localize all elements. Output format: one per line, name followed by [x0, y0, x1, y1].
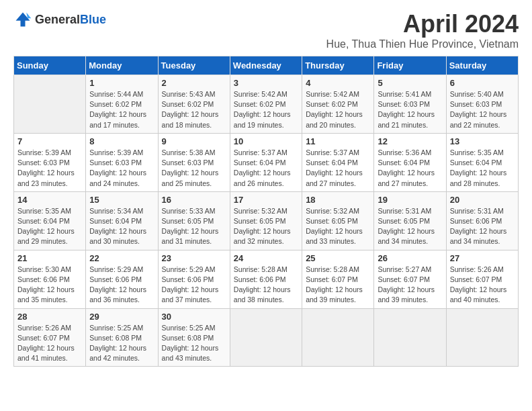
calendar-cell: 2Sunrise: 5:43 AMSunset: 6:02 PMDaylight…: [158, 75, 230, 134]
day-number: 11: [306, 136, 370, 146]
day-number: 20: [450, 195, 515, 205]
day-info: Sunrise: 5:42 AMSunset: 6:02 PMDaylight:…: [234, 89, 298, 130]
day-info: Sunrise: 5:40 AMSunset: 6:03 PMDaylight:…: [450, 89, 515, 130]
calendar-cell: 23Sunrise: 5:29 AMSunset: 6:06 PMDayligh…: [158, 250, 230, 308]
day-number: 24: [234, 253, 298, 263]
day-number: 16: [162, 195, 226, 205]
day-info: Sunrise: 5:38 AMSunset: 6:03 PMDaylight:…: [162, 148, 226, 189]
day-number: 3: [234, 78, 298, 88]
day-number: 27: [450, 253, 515, 263]
day-number: 9: [162, 136, 226, 146]
day-info: Sunrise: 5:30 AMSunset: 6:06 PMDaylight:…: [17, 265, 82, 306]
calendar-cell: 18Sunrise: 5:32 AMSunset: 6:05 PMDayligh…: [302, 191, 374, 250]
weekday-header-tuesday: Tuesday: [158, 56, 230, 75]
day-number: 22: [89, 253, 154, 263]
day-info: Sunrise: 5:28 AMSunset: 6:07 PMDaylight:…: [306, 265, 370, 306]
logo-icon: [13, 10, 32, 29]
day-number: 19: [378, 195, 442, 205]
calendar-cell: 6Sunrise: 5:40 AMSunset: 6:03 PMDaylight…: [446, 75, 518, 134]
day-number: 21: [17, 253, 82, 263]
day-number: 8: [89, 136, 154, 146]
logo-general-text: General: [35, 13, 80, 26]
day-info: Sunrise: 5:32 AMSunset: 6:05 PMDaylight:…: [306, 206, 370, 247]
weekday-header-friday: Friday: [374, 56, 446, 75]
day-info: Sunrise: 5:39 AMSunset: 6:03 PMDaylight:…: [89, 148, 154, 189]
calendar-cell: 15Sunrise: 5:34 AMSunset: 6:04 PMDayligh…: [86, 191, 158, 250]
calendar-cell: 26Sunrise: 5:27 AMSunset: 6:07 PMDayligh…: [374, 250, 446, 308]
day-info: Sunrise: 5:36 AMSunset: 6:04 PMDaylight:…: [378, 148, 442, 189]
day-info: Sunrise: 5:32 AMSunset: 6:05 PMDaylight:…: [234, 206, 298, 247]
day-number: 1: [89, 78, 154, 88]
week-row-4: 21Sunrise: 5:30 AMSunset: 6:06 PMDayligh…: [14, 250, 519, 308]
day-info: Sunrise: 5:29 AMSunset: 6:06 PMDaylight:…: [89, 265, 154, 306]
calendar-cell: 22Sunrise: 5:29 AMSunset: 6:06 PMDayligh…: [86, 250, 158, 308]
day-info: Sunrise: 5:27 AMSunset: 6:07 PMDaylight:…: [378, 265, 442, 306]
day-number: 23: [162, 253, 226, 263]
logo: GeneralBlue: [13, 10, 106, 29]
calendar-cell: 5Sunrise: 5:41 AMSunset: 6:03 PMDaylight…: [374, 75, 446, 134]
day-number: 29: [89, 312, 154, 322]
calendar-cell: 13Sunrise: 5:35 AMSunset: 6:04 PMDayligh…: [446, 133, 518, 191]
day-number: 14: [17, 195, 82, 205]
calendar-cell: [14, 75, 86, 134]
day-info: Sunrise: 5:35 AMSunset: 6:04 PMDaylight:…: [17, 206, 82, 247]
day-info: Sunrise: 5:37 AMSunset: 6:04 PMDaylight:…: [306, 148, 370, 189]
day-number: 2: [162, 78, 226, 88]
logo-blue-text: Blue: [80, 13, 106, 26]
day-info: Sunrise: 5:35 AMSunset: 6:04 PMDaylight:…: [450, 148, 515, 189]
day-info: Sunrise: 5:44 AMSunset: 6:02 PMDaylight:…: [89, 89, 154, 130]
week-row-1: 1Sunrise: 5:44 AMSunset: 6:02 PMDaylight…: [14, 75, 519, 134]
calendar-cell: 4Sunrise: 5:42 AMSunset: 6:02 PMDaylight…: [302, 75, 374, 134]
day-info: Sunrise: 5:41 AMSunset: 6:03 PMDaylight:…: [378, 89, 442, 130]
day-number: 30: [162, 312, 226, 322]
calendar-cell: 27Sunrise: 5:26 AMSunset: 6:07 PMDayligh…: [446, 250, 518, 308]
calendar-cell: 30Sunrise: 5:25 AMSunset: 6:08 PMDayligh…: [158, 308, 230, 367]
week-row-5: 28Sunrise: 5:26 AMSunset: 6:07 PMDayligh…: [14, 308, 519, 367]
week-row-2: 7Sunrise: 5:39 AMSunset: 6:03 PMDaylight…: [14, 133, 519, 191]
day-info: Sunrise: 5:39 AMSunset: 6:03 PMDaylight:…: [17, 148, 82, 189]
weekday-header-monday: Monday: [86, 56, 158, 75]
month-title: April 2024: [326, 10, 519, 38]
day-number: 4: [306, 78, 370, 88]
calendar-cell: 3Sunrise: 5:42 AMSunset: 6:02 PMDaylight…: [230, 75, 302, 134]
calendar-cell: 10Sunrise: 5:37 AMSunset: 6:04 PMDayligh…: [230, 133, 302, 191]
day-info: Sunrise: 5:28 AMSunset: 6:06 PMDaylight:…: [234, 265, 298, 306]
day-info: Sunrise: 5:31 AMSunset: 6:05 PMDaylight:…: [378, 206, 442, 247]
weekday-header-row: SundayMondayTuesdayWednesdayThursdayFrid…: [14, 56, 519, 75]
calendar-cell: 9Sunrise: 5:38 AMSunset: 6:03 PMDaylight…: [158, 133, 230, 191]
day-number: 12: [378, 136, 442, 146]
day-info: Sunrise: 5:25 AMSunset: 6:08 PMDaylight:…: [89, 323, 154, 364]
calendar-cell: 17Sunrise: 5:32 AMSunset: 6:05 PMDayligh…: [230, 191, 302, 250]
calendar-cell: 11Sunrise: 5:37 AMSunset: 6:04 PMDayligh…: [302, 133, 374, 191]
calendar-cell: 21Sunrise: 5:30 AMSunset: 6:06 PMDayligh…: [14, 250, 86, 308]
calendar-table: SundayMondayTuesdayWednesdayThursdayFrid…: [13, 56, 519, 367]
day-number: 25: [306, 253, 370, 263]
week-row-3: 14Sunrise: 5:35 AMSunset: 6:04 PMDayligh…: [14, 191, 519, 250]
day-info: Sunrise: 5:26 AMSunset: 6:07 PMDaylight:…: [450, 265, 515, 306]
day-info: Sunrise: 5:33 AMSunset: 6:05 PMDaylight:…: [162, 206, 226, 247]
day-number: 10: [234, 136, 298, 146]
location-title: Hue, Thua Thien Hue Province, Vietnam: [326, 38, 519, 50]
calendar-cell: 25Sunrise: 5:28 AMSunset: 6:07 PMDayligh…: [302, 250, 374, 308]
day-info: Sunrise: 5:26 AMSunset: 6:07 PMDaylight:…: [17, 323, 82, 364]
calendar-cell: [374, 308, 446, 367]
calendar-cell: 20Sunrise: 5:31 AMSunset: 6:06 PMDayligh…: [446, 191, 518, 250]
day-info: Sunrise: 5:31 AMSunset: 6:06 PMDaylight:…: [450, 206, 515, 247]
calendar-cell: 1Sunrise: 5:44 AMSunset: 6:02 PMDaylight…: [86, 75, 158, 134]
title-block: April 2024 Hue, Thua Thien Hue Province,…: [326, 10, 519, 50]
day-info: Sunrise: 5:42 AMSunset: 6:02 PMDaylight:…: [306, 89, 370, 130]
day-number: 18: [306, 195, 370, 205]
calendar-cell: 7Sunrise: 5:39 AMSunset: 6:03 PMDaylight…: [14, 133, 86, 191]
day-number: 7: [17, 136, 82, 146]
day-number: 28: [17, 312, 82, 322]
calendar-cell: [446, 308, 518, 367]
weekday-header-sunday: Sunday: [14, 56, 86, 75]
day-info: Sunrise: 5:37 AMSunset: 6:04 PMDaylight:…: [234, 148, 298, 189]
calendar-cell: 19Sunrise: 5:31 AMSunset: 6:05 PMDayligh…: [374, 191, 446, 250]
day-number: 5: [378, 78, 442, 88]
calendar-cell: 12Sunrise: 5:36 AMSunset: 6:04 PMDayligh…: [374, 133, 446, 191]
day-info: Sunrise: 5:34 AMSunset: 6:04 PMDaylight:…: [89, 206, 154, 247]
calendar-cell: 8Sunrise: 5:39 AMSunset: 6:03 PMDaylight…: [86, 133, 158, 191]
calendar-cell: 28Sunrise: 5:26 AMSunset: 6:07 PMDayligh…: [14, 308, 86, 367]
calendar-cell: 16Sunrise: 5:33 AMSunset: 6:05 PMDayligh…: [158, 191, 230, 250]
